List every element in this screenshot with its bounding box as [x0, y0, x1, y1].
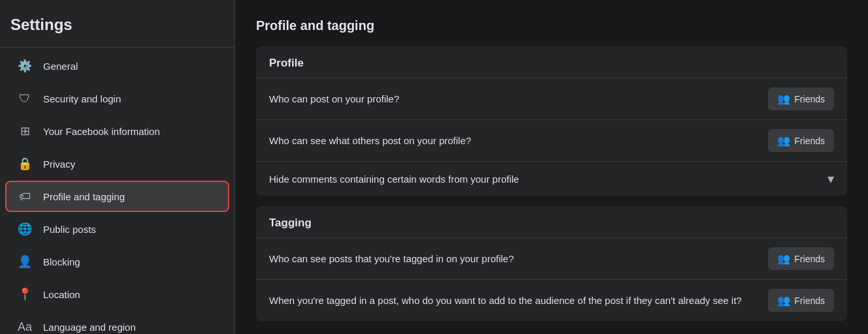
friends-button-who-can-see-others[interactable]: 👥Friends: [768, 129, 834, 152]
card-row-who-can-post[interactable]: Who can post on your profile?👥Friends: [256, 78, 847, 119]
card-row-label-tagged-audience: When you're tagged in a post, who do you…: [269, 295, 768, 306]
card-row-who-can-see-others[interactable]: Who can see what others post on your pro…: [256, 119, 847, 161]
card-row-action-who-can-see-tagged: 👥Friends: [768, 247, 834, 270]
sidebar-items-container: ⚙️General🛡Security and login⊞Your Facebo…: [0, 50, 234, 334]
profile-rows: Who can post on your profile?👥FriendsWho…: [256, 78, 847, 196]
card-row-label-who-can-post: Who can post on your profile?: [269, 93, 768, 104]
sidebar-item-public-posts[interactable]: 🌐Public posts: [5, 213, 229, 245]
language-region-icon: Aa: [16, 318, 34, 334]
sidebar-item-label-facebook-info: Your Facebook information: [43, 126, 160, 137]
card-row-action-hide-comments: ▾: [828, 171, 834, 187]
public-posts-icon: 🌐: [16, 220, 34, 238]
sidebar-item-label-blocking: Blocking: [43, 256, 80, 267]
sidebar-title: Settings: [0, 10, 234, 44]
sidebar-item-general[interactable]: ⚙️General: [5, 50, 229, 82]
main-content: Profile and tagging Profile Who can post…: [235, 0, 868, 334]
sidebar-item-security-login[interactable]: 🛡Security and login: [5, 83, 229, 114]
sidebar-item-label-privacy: Privacy: [43, 159, 75, 170]
sidebar-item-language-region[interactable]: AaLanguage and region: [5, 311, 229, 334]
card-row-tagged-audience[interactable]: When you're tagged in a post, who do you…: [256, 279, 847, 321]
sidebar: Settings ⚙️General🛡Security and login⊞Yo…: [0, 0, 235, 334]
friends-button-tagged-audience[interactable]: 👥Friends: [768, 289, 834, 312]
card-row-action-who-can-post: 👥Friends: [768, 87, 834, 110]
friends-button-who-can-see-tagged[interactable]: 👥Friends: [768, 247, 834, 270]
sidebar-item-label-general: General: [43, 61, 78, 72]
sidebar-item-facebook-info[interactable]: ⊞Your Facebook information: [5, 115, 229, 147]
sidebar-item-label-language-region: Language and region: [43, 322, 136, 333]
location-icon: 📍: [16, 285, 34, 303]
general-icon: ⚙️: [16, 57, 34, 75]
card-row-label-hide-comments: Hide comments containing certain words f…: [269, 174, 828, 185]
friends-label-who-can-see-others: Friends: [794, 136, 825, 146]
sidebar-item-label-location: Location: [43, 289, 80, 300]
card-row-label-who-can-see-tagged: Who can see posts that you're tagged in …: [269, 253, 768, 264]
sidebar-divider: [0, 47, 234, 48]
sidebar-item-label-public-posts: Public posts: [43, 224, 96, 235]
security-login-icon: 🛡: [16, 89, 34, 108]
page-title: Profile and tagging: [256, 18, 847, 33]
friends-icon-who-can-see-others: 👥: [777, 134, 790, 147]
friends-button-who-can-post[interactable]: 👥Friends: [768, 87, 834, 110]
profile-tagging-icon: 🏷: [16, 187, 34, 205]
sidebar-item-label-profile-tagging: Profile and tagging: [43, 191, 125, 202]
friends-icon-who-can-post: 👥: [777, 93, 790, 105]
friends-icon-who-can-see-tagged: 👥: [777, 252, 790, 265]
card-row-label-who-can-see-others: Who can see what others post on your pro…: [269, 135, 768, 146]
sidebar-item-location[interactable]: 📍Location: [5, 279, 229, 310]
chevron-down-icon-hide-comments: ▾: [828, 171, 834, 187]
card-row-who-can-see-tagged[interactable]: Who can see posts that you're tagged in …: [256, 237, 847, 279]
blocking-icon: 👤: [16, 252, 34, 271]
profile-card: Profile Who can post on your profile?👥Fr…: [256, 46, 847, 196]
card-row-hide-comments[interactable]: Hide comments containing certain words f…: [256, 161, 847, 196]
card-row-action-tagged-audience: 👥Friends: [768, 289, 834, 312]
friends-icon-tagged-audience: 👥: [777, 294, 790, 307]
sidebar-item-blocking[interactable]: 👤Blocking: [5, 246, 229, 277]
profile-section-title: Profile: [256, 46, 847, 78]
tagging-section-title: Tagging: [256, 206, 847, 237]
privacy-icon: 🔒: [16, 155, 34, 173]
friends-label-who-can-see-tagged: Friends: [794, 254, 825, 264]
sidebar-item-label-security-login: Security and login: [43, 93, 121, 104]
tagging-rows: Who can see posts that you're tagged in …: [256, 237, 847, 321]
friends-label-who-can-post: Friends: [794, 94, 825, 104]
sidebar-item-privacy[interactable]: 🔒Privacy: [5, 148, 229, 179]
tagging-card: Tagging Who can see posts that you're ta…: [256, 206, 847, 321]
sidebar-item-profile-tagging[interactable]: 🏷Profile and tagging: [5, 181, 229, 212]
friends-label-tagged-audience: Friends: [794, 296, 825, 306]
facebook-info-icon: ⊞: [16, 122, 34, 140]
card-row-action-who-can-see-others: 👥Friends: [768, 129, 834, 152]
